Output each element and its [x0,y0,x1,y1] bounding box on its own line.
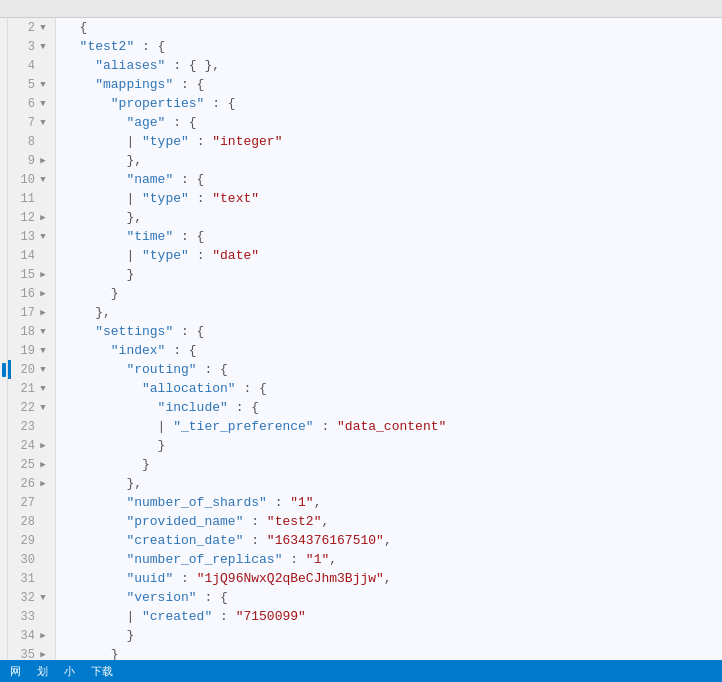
gutter-row [0,379,7,398]
token-key: "provided_name" [64,514,243,529]
line-number-row: 31 [8,569,55,588]
fold-arrow[interactable] [37,22,49,34]
bottom-item-4[interactable]: 下载 [91,664,113,679]
line-num: 21 [15,382,35,396]
gutter-row [0,151,7,170]
token-key: "time" [64,229,173,244]
code-line: "mappings" : { [60,75,722,94]
code-line: | "created" : "7150099" [60,607,722,626]
token-punc: , [314,495,322,510]
token-string: "integer" [212,134,282,149]
fold-arrow[interactable] [37,307,49,319]
token-key: "include" [64,400,228,415]
fold-arrow[interactable] [37,288,49,300]
token-key: "_tier_preference" [173,419,313,434]
token-key: "type" [142,248,189,263]
line-numbers: 2345678910111213141516171819202122232425… [8,18,56,660]
gutter-row [0,512,7,531]
fold-arrow[interactable] [37,630,49,642]
code-line: | "type" : "integer" [60,132,722,151]
fold-arrow[interactable] [37,41,49,53]
token-punc: | [64,134,142,149]
token-punc: : { [134,39,165,54]
line-number-row: 12 [8,208,55,227]
token-punc: , [321,514,329,529]
line-number-row: 26 [8,474,55,493]
fold-arrow[interactable] [37,402,49,414]
gutter-row [0,113,7,132]
fold-arrow[interactable] [37,326,49,338]
bottom-item-2[interactable]: 划 [37,664,48,679]
gutter-row [0,227,7,246]
line-number-row: 13 [8,227,55,246]
token-key: "type" [142,191,189,206]
token-punc: : [173,571,196,586]
line-number-row: 24 [8,436,55,455]
gutter-row [0,569,7,588]
gutter-row [0,645,7,660]
code-line: } [60,626,722,645]
line-num: 15 [15,268,35,282]
gutter-row [0,75,7,94]
line-num: 5 [15,78,35,92]
token-string: "1634376167510" [267,533,384,548]
gutter-row [0,398,7,417]
line-num: 26 [15,477,35,491]
token-punc: | [64,609,142,624]
fold-arrow[interactable] [37,212,49,224]
gutter-row [0,284,7,303]
gutter-row [0,132,7,151]
token-punc: : { [197,362,228,377]
fold-arrow[interactable] [37,269,49,281]
code-line: "include" : { [60,398,722,417]
token-punc: }, [64,153,142,168]
line-number-row: 29 [8,531,55,550]
fold-arrow[interactable] [37,440,49,452]
gutter-row [0,303,7,322]
token-punc: : { [173,77,204,92]
line-num: 7 [15,116,35,130]
fold-arrow[interactable] [37,364,49,376]
line-number-row: 5 [8,75,55,94]
line-num: 17 [15,306,35,320]
code-area[interactable]: 2345678910111213141516171819202122232425… [0,18,722,660]
line-number-row: 25 [8,455,55,474]
token-key: "number_of_shards" [64,495,267,510]
fold-arrow[interactable] [37,649,49,661]
token-punc: : [267,495,290,510]
line-num: 11 [15,192,35,206]
line-number-row: 22 [8,398,55,417]
line-num: 30 [15,553,35,567]
fold-arrow[interactable] [37,345,49,357]
line-num: 29 [15,534,35,548]
line-number-row: 27 [8,493,55,512]
code-line: "routing" : { [60,360,722,379]
fold-arrow[interactable] [37,459,49,471]
line-num: 10 [15,173,35,187]
token-punc: | [64,191,142,206]
fold-arrow[interactable] [37,231,49,243]
fold-arrow[interactable] [37,174,49,186]
code-line: }, [60,208,722,227]
code-line: "uuid" : "1jQ96NwxQ2qBeCJhm3Bjjw", [60,569,722,588]
line-number-row: 4 [8,56,55,75]
gutter-row [0,341,7,360]
fold-arrow[interactable] [37,117,49,129]
line-num: 14 [15,249,35,263]
line-number-row: 28 [8,512,55,531]
fold-arrow[interactable] [37,98,49,110]
gutter-row [0,626,7,645]
fold-arrow[interactable] [37,79,49,91]
code-line: } [60,436,722,455]
line-num: 24 [15,439,35,453]
line-number-row: 30 [8,550,55,569]
bottom-item-1[interactable]: 网 [10,664,21,679]
code-line: } [60,455,722,474]
bottom-item-3[interactable]: 小 [64,664,75,679]
token-key: "creation_date" [64,533,243,548]
fold-arrow[interactable] [37,478,49,490]
fold-arrow[interactable] [37,592,49,604]
line-num: 12 [15,211,35,225]
fold-arrow[interactable] [37,155,49,167]
fold-arrow[interactable] [37,383,49,395]
